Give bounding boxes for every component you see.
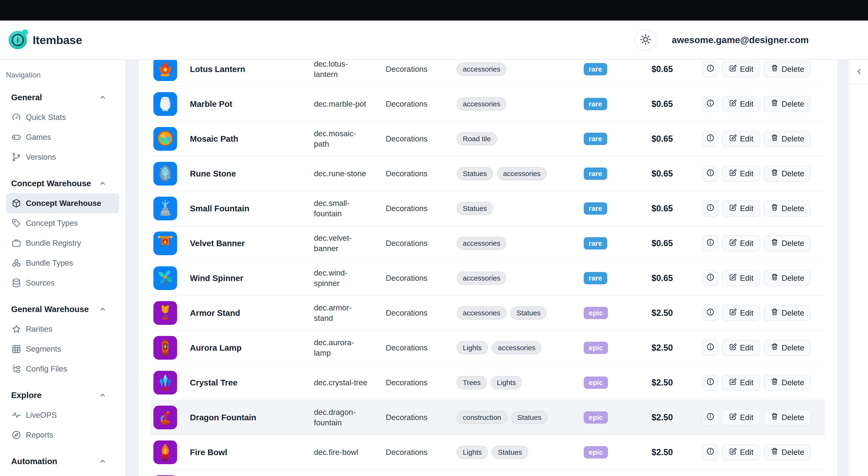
database-icon [11,278,22,288]
armor-item-icon [155,302,176,324]
delete-button[interactable]: Delete [764,131,811,147]
sidebar-item-games[interactable]: Games [0,127,125,147]
info-icon [706,238,715,248]
sidebar-item-bundle-registry[interactable]: Bundle Registry [0,233,125,253]
sidebar-item-versions[interactable]: Versions [0,147,125,167]
info-button[interactable] [702,375,718,391]
info-button[interactable] [702,61,718,77]
collapse-panel-button[interactable] [850,60,868,84]
sidebar-item-concept-warehouse[interactable]: Concept Warehouse [6,193,119,213]
edit-icon [728,343,737,353]
info-button[interactable] [702,305,718,321]
grid-icon [11,344,22,354]
delete-button[interactable]: Delete [764,235,811,251]
content-area: Navigation GeneralQuick StatsGamesVersio… [0,60,868,476]
info-button[interactable] [702,235,718,251]
edit-icon [728,168,737,179]
trash-icon [770,377,779,388]
sidebar-item-liveops[interactable]: LiveOPS [0,405,125,425]
delete-button[interactable]: Delete [764,409,811,426]
edit-button[interactable]: Edit [722,200,760,216]
sidebar-section-general-warehouse: General WarehouseRaritiesSegmentsConfig … [0,299,125,379]
user-email[interactable]: awesome.game@designer.com [672,35,809,45]
info-icon [706,203,715,214]
rarity-badge: epic [584,411,608,423]
sidebar-item-quick-stats[interactable]: Quick Stats [0,107,125,127]
mosaic-item-icon [155,128,176,150]
sidebar-item-concept-types[interactable]: Concept Types [0,213,125,233]
delete-button[interactable]: Delete [764,166,811,182]
item-tags: accessories [457,97,584,111]
item-name: Velvet Banner [190,239,314,248]
edit-button[interactable]: Edit [722,166,760,182]
edit-button[interactable]: Edit [722,444,760,461]
theme-toggle-button[interactable] [635,29,656,51]
delete-button[interactable]: Delete [764,305,811,321]
edit-button[interactable]: Edit [722,61,760,77]
tag-pill: Statues [457,202,493,215]
sidebar-item-reports[interactable]: Reports [0,425,125,445]
section-label: General Warehouse [11,304,89,314]
sidebar-section-header-automation[interactable]: Automation [0,451,125,471]
sidebar-section-header-explore[interactable]: Explore [0,385,125,405]
table-row-armor-stand[interactable]: Armor Standdec.armor- standDecorationsac… [150,296,825,331]
sidebar-item-segments[interactable]: Segments [0,339,125,359]
sidebar-section-header-general[interactable]: General [0,88,125,107]
sidebar-section-header-general-warehouse[interactable]: General Warehouse [0,299,125,319]
case-icon [11,238,22,248]
info-button[interactable] [702,444,718,461]
delete-button[interactable]: Delete [764,444,811,461]
item-category: Decorations [386,343,457,352]
edit-button[interactable]: Edit [722,235,760,251]
sidebar-item-sources[interactable]: Sources [0,273,125,293]
lamp-item-icon [155,337,176,359]
spinner-item-icon [155,267,176,289]
table-row-partial[interactable] [150,470,825,476]
table-row-mosaic-path[interactable]: Mosaic Pathdec.mosaic- pathDecorationsRo… [150,122,825,157]
table-row-velvet-banner[interactable]: Velvet Bannerdec.velvet- bannerDecoratio… [150,226,825,261]
table-row-lotus-lantern[interactable]: Lotus Lanterndec.lotus- lanternDecoratio… [150,60,825,87]
sidebar-section-header-concept-warehouse[interactable]: Concept Warehouse [0,173,125,193]
delete-button[interactable]: Delete [764,270,811,286]
table-row-fire-bowl[interactable]: Fire Bowldec.fire-bowlDecorationsLightsS… [150,435,825,470]
edit-button[interactable]: Edit [722,131,760,147]
delete-button[interactable]: Delete [764,200,811,216]
edit-button[interactable]: Edit [722,96,760,112]
delete-button[interactable]: Delete [764,96,811,112]
table-row-aurora-lamp[interactable]: Aurora Lampdec.aurora- lampDecorationsLi… [150,331,825,365]
delete-button[interactable]: Delete [764,340,811,356]
delete-button[interactable]: Delete [764,375,811,391]
sidebar-item-rarities[interactable]: Rarities [0,319,125,339]
info-button[interactable] [702,270,718,286]
rune-item-icon [155,163,176,184]
sidebar-item-dataflow[interactable]: Dataflow [0,471,125,476]
pulse-icon [11,410,22,420]
table-row-crystal-tree[interactable]: Crystal Treedec.crystal-treeDecorationsT… [150,365,825,400]
info-button[interactable] [702,166,718,182]
gauge-icon [11,112,22,123]
info-button[interactable] [702,409,718,426]
sidebar-item-config-files[interactable]: Config Files [0,359,125,379]
table-row-small-fountain[interactable]: Small Fountaindec.small- fountainDecorat… [150,191,825,226]
vertical-scrollbar[interactable] [837,60,848,476]
table-row-wind-spinner[interactable]: Wind Spinnerdec.wind- spinnerDecorations… [150,261,825,296]
edit-button[interactable]: Edit [722,409,760,426]
info-button[interactable] [702,131,718,147]
chevron-left-icon [855,67,864,77]
edit-button[interactable]: Edit [722,340,760,356]
edit-button[interactable]: Edit [722,270,760,286]
table-row-dragon-fountain[interactable]: Dragon Fountaindec.dragon- fountainDecor… [150,400,825,435]
table-row-rune-stone[interactable]: Rune Stonedec.rune-stoneDecorationsStatu… [150,157,825,191]
info-button[interactable] [702,340,718,356]
edit-button[interactable]: Edit [722,305,760,321]
item-code: dec.wind- spinner [314,268,386,288]
app-title: Itembase [33,33,82,47]
info-button[interactable] [702,200,718,216]
delete-button[interactable]: Delete [764,61,811,77]
item-price: $0.65 [625,169,678,179]
info-button[interactable] [702,96,718,112]
sidebar-item-bundle-types[interactable]: Bundle Types [0,253,125,273]
table-row-marble-pot[interactable]: Marble Potdec.marble-potDecorationsacces… [150,87,825,122]
edit-button[interactable]: Edit [722,375,760,391]
row-actions: EditDelete [678,270,825,286]
